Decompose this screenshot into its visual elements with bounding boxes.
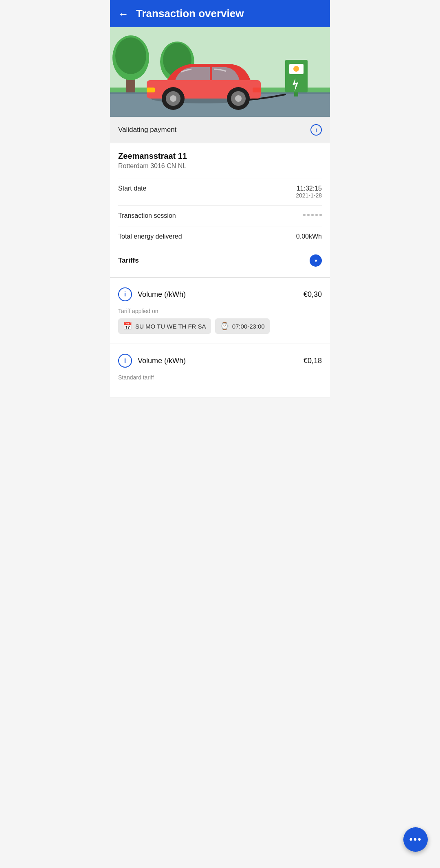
svg-point-13 (293, 66, 299, 72)
time-chip: ⌚ 07:00-23:00 (215, 318, 270, 334)
dot-2 (307, 214, 310, 216)
tariff-1-item: i Volume (/kWh) €0,30 (118, 287, 322, 301)
dot-3 (311, 214, 314, 216)
hero-image (110, 27, 330, 117)
tariff-1-info-button[interactable]: i (118, 287, 132, 301)
tariff-2-name: Volume (/kWh) (138, 357, 186, 365)
calendar-icon: 📅 (123, 322, 132, 331)
tariff-section-1: i Volume (/kWh) €0,30 Tariff applied on … (110, 278, 330, 344)
svg-point-21 (170, 95, 176, 102)
tariff-section-2: i Volume (/kWh) €0,18 Standard tariff (110, 344, 330, 397)
svg-point-24 (235, 95, 242, 102)
tariff-2-item: i Volume (/kWh) €0,18 (118, 354, 322, 368)
tariff-applied-label: Tariff applied on (118, 308, 322, 314)
start-date-row: Start date 11:32:15 2021-1-28 (118, 178, 322, 205)
days-chip: 📅 SU MO TU WE TH FR SA (118, 318, 211, 334)
app-header: ← Transaction overview (110, 0, 330, 27)
energy-value: 0.00kWh (296, 233, 322, 240)
svg-rect-25 (147, 88, 155, 92)
tariff-chips: 📅 SU MO TU WE TH FR SA ⌚ 07:00-23:00 (118, 318, 322, 334)
status-text: Validating payment (118, 126, 176, 134)
start-date-value: 11:32:15 2021-1-28 (296, 185, 322, 199)
location-street: Zeemansstraat 11 (118, 151, 322, 161)
svg-point-6 (115, 37, 146, 74)
energy-row: Total energy delivered 0.00kWh (118, 226, 322, 247)
start-time: 11:32:15 (297, 185, 322, 192)
energy-label: Total energy delivered (118, 233, 182, 240)
days-chip-text: SU MO TU WE TH FR SA (135, 323, 206, 330)
start-date-label: Start date (118, 185, 146, 192)
status-info-button[interactable]: i (310, 124, 322, 136)
tariffs-label: Tariffs (118, 256, 139, 265)
status-row: Validating payment i (110, 117, 330, 143)
start-date: 2021-1-28 (296, 192, 322, 199)
time-chip-text: 07:00-23:00 (232, 323, 265, 330)
back-button[interactable]: ← (118, 9, 129, 19)
svg-rect-26 (253, 88, 261, 92)
tariff-1-price: €0,30 (304, 290, 322, 299)
tariff-2-left: i Volume (/kWh) (118, 354, 186, 368)
tariff-1-left: i Volume (/kWh) (118, 287, 186, 301)
tariff-2-info-button[interactable]: i (118, 354, 132, 368)
dot-4 (315, 214, 318, 216)
svg-rect-15 (294, 92, 298, 96)
tariff-2-price: €0,18 (304, 357, 322, 365)
tariffs-row[interactable]: Tariffs ▾ (118, 247, 322, 269)
location-city: Rotterdam 3016 CN NL (118, 162, 322, 170)
session-label: Transaction session (118, 212, 176, 219)
dot-1 (303, 214, 306, 216)
clock-icon: ⌚ (220, 322, 229, 331)
page-title: Transaction overview (136, 7, 244, 20)
tariff-1-name: Volume (/kWh) (138, 290, 186, 299)
tariffs-dropdown-button[interactable]: ▾ (310, 254, 322, 267)
dot-5 (319, 214, 322, 216)
session-spinner (303, 212, 322, 216)
session-row: Transaction session (118, 205, 322, 226)
standard-tariff-label: Standard tariff (118, 374, 322, 381)
svg-rect-18 (211, 66, 212, 80)
details-card: Zeemansstraat 11 Rotterdam 3016 CN NL St… (110, 143, 330, 278)
